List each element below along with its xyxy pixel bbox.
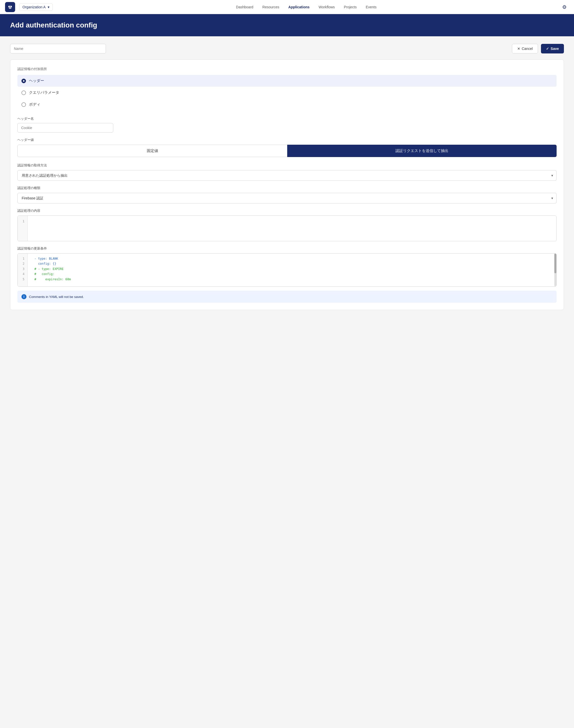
page-title: Add authentication config xyxy=(10,21,564,29)
auth-content-section: 認証処理の内容 1 xyxy=(17,209,557,241)
yaml-line-numbers: 1 2 3 4 5 xyxy=(18,254,28,286)
yaml-line-num-4: 4 xyxy=(21,271,25,276)
info-note-text: Comments in YAML will not be saved. xyxy=(29,295,84,299)
radio-circle-header xyxy=(22,79,26,83)
header-name-field-group: ヘッダー名 xyxy=(17,117,557,133)
nav-link-dashboard[interactable]: Dashboard xyxy=(232,3,257,11)
auth-method-select[interactable]: 用意された認証処理から抽出 xyxy=(17,170,557,181)
name-input[interactable] xyxy=(10,44,106,53)
header-name-input[interactable] xyxy=(17,123,113,133)
auth-request-button[interactable]: 認証リクエストを送信して抽出 xyxy=(287,145,557,157)
page-content: ✕ Cancel ✓ Save 認証情報の付加箇所 ヘッダー クエリ xyxy=(0,36,574,317)
yaml-scrollbar[interactable] xyxy=(554,254,556,286)
radio-circle-body xyxy=(22,102,26,107)
nav-link-applications[interactable]: Applications xyxy=(284,3,314,11)
radio-label-body: ボディ xyxy=(29,102,40,107)
org-chevron-icon: ▾ xyxy=(48,5,49,9)
radio-group: ヘッダー クエリパラメータ ボディ xyxy=(17,75,557,111)
cancel-label: Cancel xyxy=(522,47,533,51)
svg-point-3 xyxy=(10,6,12,7)
yaml-scrollbar-thumb xyxy=(554,254,556,273)
svg-point-2 xyxy=(8,6,10,7)
nav-link-workflows[interactable]: Workflows xyxy=(315,3,339,11)
page-header: Add authentication config xyxy=(0,14,574,36)
radio-option-header[interactable]: ヘッダー xyxy=(17,75,557,87)
auth-method-label: 認証情報の取得方法 xyxy=(17,163,557,168)
yaml-area: 1 2 3 4 5 - type: BLANK config: {} # - t… xyxy=(18,254,556,286)
header-name-label: ヘッダー名 xyxy=(17,117,557,121)
code-area: 1 xyxy=(18,216,556,241)
radio-option-body[interactable]: ボディ xyxy=(17,98,557,111)
radio-circle-query xyxy=(22,90,26,95)
nav-link-projects[interactable]: Projects xyxy=(340,3,361,11)
auth-type-select-wrapper: Firebase 認証 ▾ xyxy=(17,193,557,204)
condition-section: 認証情報の更新条件 1 2 3 4 5 - type: BLANK config… xyxy=(17,246,557,303)
org-selector[interactable]: Organization A ▾ xyxy=(19,3,53,11)
svg-point-4 xyxy=(9,7,11,9)
yaml-line-num-5: 5 xyxy=(21,277,25,282)
form-card: 認証情報の付加箇所 ヘッダー クエリパラメータ ボディ ヘッダー名 xyxy=(10,59,564,310)
auth-location-label: 認証情報の付加箇所 xyxy=(17,67,557,71)
nav-link-events[interactable]: Events xyxy=(362,3,380,11)
info-icon: i xyxy=(22,294,27,299)
radio-label-query: クエリパラメータ xyxy=(29,90,59,95)
radio-option-query[interactable]: クエリパラメータ xyxy=(17,87,557,98)
auth-content-label: 認証処理の内容 xyxy=(17,209,557,213)
nav-link-resources[interactable]: Resources xyxy=(258,3,283,11)
logo[interactable] xyxy=(5,2,15,12)
cancel-x-icon: ✕ xyxy=(517,47,520,51)
auth-type-select[interactable]: Firebase 認証 xyxy=(17,193,557,204)
gear-icon[interactable]: ⚙ xyxy=(560,3,569,12)
condition-label: 認証情報の更新条件 xyxy=(17,246,557,251)
top-bar: ✕ Cancel ✓ Save xyxy=(10,44,564,53)
code-content[interactable] xyxy=(28,216,556,241)
value-toggle: 固定値 認証リクエストを送信して抽出 xyxy=(17,145,557,157)
save-check-icon: ✓ xyxy=(546,47,549,51)
auth-content-editor: 1 xyxy=(17,216,557,241)
yaml-line-num-3: 3 xyxy=(21,266,25,271)
org-name: Organization A xyxy=(23,5,46,9)
line-numbers: 1 xyxy=(18,216,28,241)
fixed-value-button[interactable]: 固定値 xyxy=(17,145,287,157)
auth-method-select-wrapper: 用意された認証処理から抽出 ▾ xyxy=(17,170,557,181)
cancel-button[interactable]: ✕ Cancel xyxy=(512,44,538,53)
yaml-editor: 1 2 3 4 5 - type: BLANK config: {} # - t… xyxy=(17,253,557,287)
info-note: i Comments in YAML will not be saved. xyxy=(17,291,557,303)
auth-method-section: 認証情報の取得方法 用意された認証処理から抽出 ▾ xyxy=(17,163,557,181)
yaml-line-num-2: 2 xyxy=(21,261,25,266)
top-bar-actions: ✕ Cancel ✓ Save xyxy=(512,44,564,53)
header-value-label: ヘッダー値 xyxy=(17,138,557,142)
yaml-line-num-1: 1 xyxy=(21,256,25,261)
radio-label-header: ヘッダー xyxy=(29,78,44,83)
yaml-content[interactable]: - type: BLANK config: {} # - type: EXPIR… xyxy=(28,254,556,286)
save-button[interactable]: ✓ Save xyxy=(541,44,564,53)
auth-type-label: 認証処理の種類 xyxy=(17,186,557,190)
save-label: Save xyxy=(550,47,559,51)
nav-links: Dashboard Resources Applications Workflo… xyxy=(232,3,380,11)
navbar: Organization A ▾ Dashboard Resources App… xyxy=(0,0,574,14)
auth-type-section: 認証処理の種類 Firebase 認証 ▾ xyxy=(17,186,557,204)
